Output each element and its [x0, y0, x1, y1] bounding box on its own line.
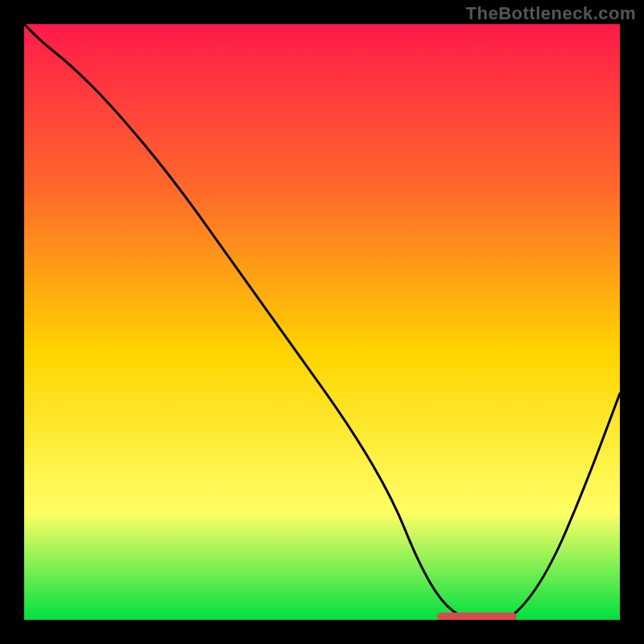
plot-area	[24, 24, 620, 620]
chart-frame: TheBottleneck.com	[0, 0, 644, 644]
gradient-background	[24, 24, 620, 620]
bottleneck-chart	[24, 24, 620, 620]
watermark-text: TheBottleneck.com	[466, 3, 636, 24]
